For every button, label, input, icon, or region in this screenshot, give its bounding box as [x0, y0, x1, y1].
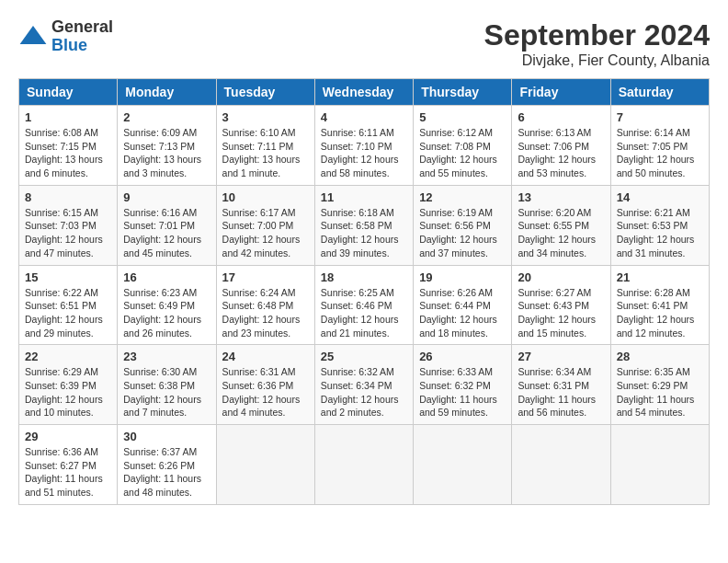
logo-blue-text: Blue [51, 37, 113, 55]
calendar-cell: 21Sunrise: 6:28 AMSunset: 6:41 PMDayligh… [610, 265, 709, 345]
day-info: Sunrise: 6:34 AMSunset: 6:31 PMDaylight:… [518, 365, 604, 419]
col-header-sunday: Sunday [19, 79, 118, 106]
day-number: 4 [321, 110, 407, 124]
col-header-thursday: Thursday [414, 79, 512, 106]
day-number: 12 [419, 190, 506, 204]
day-number: 28 [617, 350, 703, 363]
calendar-cell: 7Sunrise: 6:14 AMSunset: 7:05 PMDaylight… [610, 106, 709, 186]
day-info: Sunrise: 6:13 AMSunset: 7:06 PMDaylight:… [518, 126, 604, 180]
calendar-cell: 1Sunrise: 6:08 AMSunset: 7:15 PMDaylight… [19, 106, 118, 186]
calendar-cell: 14Sunrise: 6:21 AMSunset: 6:53 PMDayligh… [610, 185, 709, 265]
calendar-cell: 3Sunrise: 6:10 AMSunset: 7:11 PMDaylight… [216, 106, 314, 186]
day-number: 30 [123, 430, 210, 443]
logo-text: General Blue [51, 18, 113, 55]
day-info: Sunrise: 6:11 AMSunset: 7:10 PMDaylight:… [321, 126, 407, 180]
calendar-cell [314, 425, 413, 505]
title-block: September 2024 Divjake, Fier County, Alb… [484, 18, 710, 69]
day-number: 29 [25, 430, 111, 443]
logo-icon [18, 22, 48, 52]
calendar-week-row: 15Sunrise: 6:22 AMSunset: 6:51 PMDayligh… [19, 265, 710, 345]
calendar-table: SundayMondayTuesdayWednesdayThursdayFrid… [18, 78, 710, 505]
day-number: 2 [123, 110, 210, 124]
calendar-cell: 4Sunrise: 6:11 AMSunset: 7:10 PMDaylight… [314, 106, 413, 186]
day-info: Sunrise: 6:15 AMSunset: 7:03 PMDaylight:… [25, 206, 111, 260]
calendar-cell: 25Sunrise: 6:32 AMSunset: 6:34 PMDayligh… [314, 345, 413, 425]
calendar-cell [414, 425, 512, 505]
day-info: Sunrise: 6:22 AMSunset: 6:51 PMDaylight:… [25, 286, 111, 340]
calendar-cell: 17Sunrise: 6:24 AMSunset: 6:48 PMDayligh… [216, 265, 314, 345]
day-number: 7 [617, 110, 703, 124]
day-info: Sunrise: 6:16 AMSunset: 7:01 PMDaylight:… [123, 206, 210, 260]
logo-general-text: General [51, 18, 113, 37]
col-header-wednesday: Wednesday [314, 79, 413, 106]
day-number: 25 [321, 350, 407, 363]
calendar-week-row: 22Sunrise: 6:29 AMSunset: 6:39 PMDayligh… [19, 345, 710, 425]
day-number: 26 [419, 350, 506, 363]
svg-marker-0 [20, 26, 47, 44]
day-number: 20 [518, 270, 604, 284]
day-number: 6 [518, 110, 604, 124]
day-number: 27 [518, 350, 604, 363]
calendar-cell: 5Sunrise: 6:12 AMSunset: 7:08 PMDaylight… [414, 106, 512, 186]
day-number: 24 [222, 350, 309, 363]
calendar-week-row: 1Sunrise: 6:08 AMSunset: 7:15 PMDaylight… [19, 106, 710, 186]
calendar-cell [610, 425, 709, 505]
day-number: 15 [25, 270, 111, 284]
day-info: Sunrise: 6:24 AMSunset: 6:48 PMDaylight:… [222, 286, 309, 340]
day-info: Sunrise: 6:23 AMSunset: 6:49 PMDaylight:… [123, 286, 210, 340]
calendar-cell: 29Sunrise: 6:36 AMSunset: 6:27 PMDayligh… [19, 425, 118, 505]
day-number: 22 [25, 350, 111, 363]
day-info: Sunrise: 6:25 AMSunset: 6:46 PMDaylight:… [321, 286, 407, 340]
day-info: Sunrise: 6:14 AMSunset: 7:05 PMDaylight:… [617, 126, 703, 180]
day-number: 16 [123, 270, 210, 284]
day-number: 13 [518, 190, 604, 204]
day-number: 17 [222, 270, 309, 284]
calendar-cell: 8Sunrise: 6:15 AMSunset: 7:03 PMDaylight… [19, 185, 118, 265]
calendar-cell: 10Sunrise: 6:17 AMSunset: 7:00 PMDayligh… [216, 185, 314, 265]
col-header-friday: Friday [512, 79, 610, 106]
calendar-cell: 9Sunrise: 6:16 AMSunset: 7:01 PMDaylight… [118, 185, 216, 265]
day-info: Sunrise: 6:36 AMSunset: 6:27 PMDaylight:… [25, 445, 111, 500]
col-header-tuesday: Tuesday [216, 79, 314, 106]
day-number: 3 [222, 110, 309, 124]
calendar-cell: 23Sunrise: 6:30 AMSunset: 6:38 PMDayligh… [118, 345, 216, 425]
day-info: Sunrise: 6:33 AMSunset: 6:32 PMDaylight:… [419, 365, 506, 419]
day-info: Sunrise: 6:37 AMSunset: 6:26 PMDaylight:… [123, 445, 210, 500]
calendar-cell: 22Sunrise: 6:29 AMSunset: 6:39 PMDayligh… [19, 345, 118, 425]
calendar-week-row: 8Sunrise: 6:15 AMSunset: 7:03 PMDaylight… [19, 185, 710, 265]
day-info: Sunrise: 6:20 AMSunset: 6:55 PMDaylight:… [518, 206, 604, 260]
month-title: September 2024 [484, 18, 710, 52]
col-header-saturday: Saturday [610, 79, 709, 106]
day-info: Sunrise: 6:19 AMSunset: 6:56 PMDaylight:… [419, 206, 506, 260]
calendar-cell: 30Sunrise: 6:37 AMSunset: 6:26 PMDayligh… [118, 425, 216, 505]
day-number: 19 [419, 270, 506, 284]
day-info: Sunrise: 6:09 AMSunset: 7:13 PMDaylight:… [123, 126, 210, 180]
calendar-cell: 16Sunrise: 6:23 AMSunset: 6:49 PMDayligh… [118, 265, 216, 345]
calendar-cell: 28Sunrise: 6:35 AMSunset: 6:29 PMDayligh… [610, 345, 709, 425]
day-info: Sunrise: 6:35 AMSunset: 6:29 PMDaylight:… [617, 365, 703, 419]
day-info: Sunrise: 6:31 AMSunset: 6:36 PMDaylight:… [222, 365, 309, 419]
calendar-cell: 2Sunrise: 6:09 AMSunset: 7:13 PMDaylight… [118, 106, 216, 186]
day-number: 18 [321, 270, 407, 284]
day-info: Sunrise: 6:30 AMSunset: 6:38 PMDaylight:… [123, 365, 210, 419]
day-number: 9 [123, 190, 210, 204]
calendar-cell: 27Sunrise: 6:34 AMSunset: 6:31 PMDayligh… [512, 345, 610, 425]
day-info: Sunrise: 6:21 AMSunset: 6:53 PMDaylight:… [617, 206, 703, 260]
calendar-cell: 20Sunrise: 6:27 AMSunset: 6:43 PMDayligh… [512, 265, 610, 345]
calendar-cell: 24Sunrise: 6:31 AMSunset: 6:36 PMDayligh… [216, 345, 314, 425]
day-number: 10 [222, 190, 309, 204]
day-number: 5 [419, 110, 506, 124]
day-number: 11 [321, 190, 407, 204]
day-info: Sunrise: 6:29 AMSunset: 6:39 PMDaylight:… [25, 365, 111, 419]
calendar-cell [512, 425, 610, 505]
day-info: Sunrise: 6:28 AMSunset: 6:41 PMDaylight:… [617, 286, 703, 340]
calendar-cell: 19Sunrise: 6:26 AMSunset: 6:44 PMDayligh… [414, 265, 512, 345]
col-header-monday: Monday [118, 79, 216, 106]
day-info: Sunrise: 6:08 AMSunset: 7:15 PMDaylight:… [25, 126, 111, 180]
calendar-cell: 15Sunrise: 6:22 AMSunset: 6:51 PMDayligh… [19, 265, 118, 345]
day-info: Sunrise: 6:26 AMSunset: 6:44 PMDaylight:… [419, 286, 506, 340]
day-number: 8 [25, 190, 111, 204]
day-info: Sunrise: 6:18 AMSunset: 6:58 PMDaylight:… [321, 206, 407, 260]
calendar-cell: 13Sunrise: 6:20 AMSunset: 6:55 PMDayligh… [512, 185, 610, 265]
page-header: General Blue September 2024 Divjake, Fie… [18, 18, 710, 69]
